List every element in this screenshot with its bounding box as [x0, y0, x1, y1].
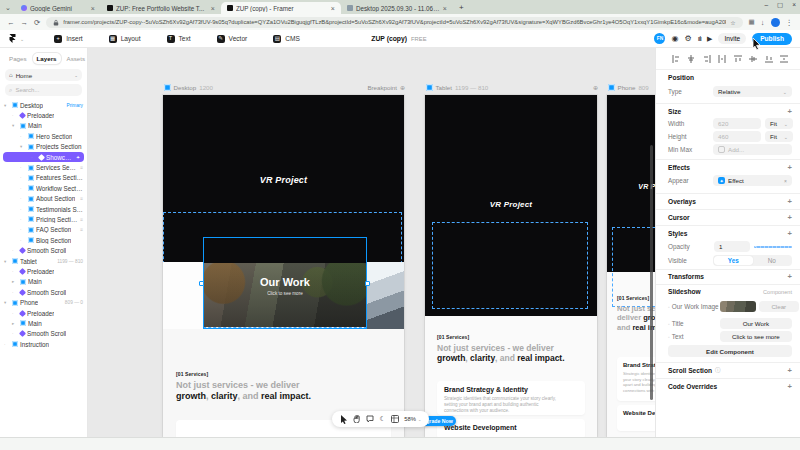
selection-handle-right[interactable] — [365, 281, 370, 286]
align-middle-v-icon[interactable] — [746, 55, 762, 63]
phone-artboard-header[interactable]: Phone 809 — [608, 83, 655, 92]
canvas[interactable]: Desktop 1200 Breakpoint ⊕ VR Project Our… — [88, 48, 655, 437]
clear-image-button[interactable]: Clear — [759, 301, 799, 312]
tab-close-icon[interactable]: × — [91, 5, 95, 12]
slideshow-next-slide[interactable] — [367, 262, 404, 329]
layer-row-main[interactable]: ▾Main — [0, 121, 87, 131]
analytics-icon[interactable]: ıılı — [698, 35, 701, 42]
width-mode-select[interactable]: Fit⌄ — [765, 118, 793, 129]
layer-row-smooth-scroll[interactable]: ·Smooth Scroll — [0, 287, 87, 297]
layer-row-smooth-scroll[interactable]: ·Smooth Scroll — [0, 329, 87, 339]
framer-logo[interactable] — [8, 34, 17, 43]
our-work-image[interactable]: Our Work Click to see more — [204, 263, 366, 327]
grid-view-icon[interactable] — [391, 415, 399, 423]
select-cursor-icon[interactable] — [340, 415, 348, 424]
hero-title[interactable]: VR Project — [425, 200, 597, 209]
layer-chevron-icon[interactable]: ▸ — [12, 279, 17, 284]
page-selector[interactable]: ⌂ Home ⌄ — [5, 69, 82, 81]
browser-tab-4[interactable]: Desktop 2025.09.30 - 11.06.1... × — [341, 2, 453, 14]
plus-icon[interactable]: + — [788, 382, 792, 391]
visible-no-button[interactable]: No — [753, 256, 792, 265]
align-left-icon[interactable] — [668, 55, 684, 63]
plus-icon[interactable]: + — [788, 197, 792, 206]
layer-row-preloader[interactable]: ·Preloader — [0, 266, 87, 276]
tab-close-icon[interactable]: × — [211, 5, 215, 12]
plus-icon[interactable]: + — [788, 366, 792, 375]
help-icon[interactable]: ◉ — [671, 35, 678, 43]
insert-button[interactable]: + Insert — [54, 35, 83, 43]
align-bottom-icon[interactable] — [761, 55, 777, 63]
settings-gear-icon[interactable]: ⚙ — [684, 35, 691, 43]
plus-icon[interactable]: + — [788, 163, 792, 172]
add-breakpoint-icon[interactable]: ⊕ — [400, 84, 405, 91]
layer-row-preloader[interactable]: ·Preloader — [0, 110, 87, 120]
service-card-2[interactable]: Website Development — [437, 419, 585, 437]
extensions-puzzle-icon[interactable]: ▦ — [749, 18, 755, 26]
hero-title[interactable]: VR Project — [607, 183, 655, 190]
tab-pages[interactable]: Pages — [5, 53, 31, 64]
phone-artboard[interactable]: VR Project [01 Services] Not just servic… — [607, 95, 655, 437]
vector-button[interactable]: ✎ Vector — [217, 35, 248, 43]
layer-row-pricing-section[interactable]: ·Pricing Section≡ — [0, 214, 87, 224]
layer-row-workflow-section[interactable]: ·Workflow Section — [0, 183, 87, 193]
tab-layers[interactable]: Layers — [33, 53, 61, 64]
plus-icon[interactable]: + — [788, 213, 792, 222]
text-button[interactable]: T Text — [167, 35, 191, 43]
showcase-selection[interactable]: Our Work Click to see more — [203, 237, 367, 329]
plus-icon[interactable]: + — [788, 229, 792, 238]
component-text-input[interactable]: Click to see more — [720, 331, 792, 342]
layer-row-blog-section[interactable]: ·Blog Section — [0, 235, 87, 245]
upgrade-now-button[interactable]: Upgrade Now — [425, 416, 456, 426]
plus-icon[interactable]: + — [788, 272, 792, 281]
edit-component-button[interactable]: Edit Component — [668, 345, 792, 357]
layer-row-tablet[interactable]: ▾Tablet1199 — 810 — [0, 256, 87, 266]
distribute-v-icon[interactable] — [777, 55, 793, 63]
phone-hero-section[interactable]: VR Project — [607, 95, 655, 272]
bookmark-star-icon[interactable]: ☆ — [730, 19, 735, 26]
layer-row-main[interactable]: ▸Main — [0, 277, 87, 287]
tablet-hero-section[interactable]: VR Project — [425, 95, 597, 316]
hand-tool-icon[interactable] — [353, 415, 361, 423]
tablet-artboard-header[interactable]: Tablet 1199 — 810 ⊕ — [426, 83, 598, 92]
layer-row-showcase[interactable]: ·Showcase✦ — [3, 152, 84, 162]
opacity-input[interactable]: 1 — [714, 241, 750, 252]
user-avatar[interactable]: FN — [654, 33, 665, 44]
add-breakpoint-icon[interactable]: ⊕ — [593, 84, 598, 91]
align-center-h-icon[interactable] — [684, 55, 700, 63]
distribute-h-icon[interactable] — [715, 55, 731, 63]
browser-tab-2[interactable]: ZUP: Free Portfolio Website T... × — [101, 2, 221, 14]
opacity-slider[interactable] — [754, 246, 792, 248]
preview-play-icon[interactable]: ▶ — [707, 35, 712, 42]
canvas-scrollbar[interactable] — [650, 145, 653, 400]
service-card-1[interactable]: Brand Strategy & Identity Strategic iden… — [437, 381, 585, 415]
layer-row-preloader[interactable]: ·Preloader — [0, 308, 87, 318]
remove-effect-icon[interactable]: × — [784, 178, 787, 184]
browser-profile-avatar[interactable] — [771, 18, 780, 27]
layer-row-smooth-scroll[interactable]: ·Smooth Scroll — [0, 245, 87, 255]
height-mode-select[interactable]: Fit⌄ — [765, 131, 793, 142]
layer-row-testimonials-section[interactable]: ·Testimonials Section — [0, 204, 87, 214]
url-bar[interactable]: framer.com/projects/ZUP-copy--5uVoSZh6Xv… — [46, 17, 742, 28]
position-type-select[interactable]: Relative ⌄ — [713, 86, 792, 97]
tab-assets[interactable]: Assets — [63, 53, 89, 64]
tablet-artboard[interactable]: VR Project [01 Services] Not just servic… — [425, 95, 597, 437]
layer-row-desktop[interactable]: ▾DesktopPrimary — [0, 100, 87, 110]
back-icon[interactable]: ← — [7, 18, 15, 27]
align-top-icon[interactable] — [730, 55, 746, 63]
comment-icon[interactable] — [366, 415, 374, 423]
desktop-artboard[interactable]: VR Project Our Work Click to see more [0… — [163, 95, 404, 437]
minimize-button[interactable]: – — [764, 1, 768, 9]
download-icon[interactable]: ↓ — [761, 18, 765, 27]
tab-close-icon[interactable]: × — [443, 5, 447, 12]
framer-menu-chevron-icon[interactable]: ⌄ — [20, 36, 24, 42]
selection-handle-left[interactable] — [199, 281, 204, 286]
layer-row-about-section[interactable]: ·About Section≡ — [0, 194, 87, 204]
layer-row-instruction[interactable]: ·Instruction — [0, 339, 87, 349]
minmax-input[interactable]: Add... — [713, 144, 792, 155]
plus-icon[interactable]: + — [788, 107, 792, 116]
maximize-button[interactable]: ▢ — [777, 1, 783, 9]
layer-row-phone[interactable]: ▾Phone809 — 0 — [0, 297, 87, 307]
visible-yes-button[interactable]: Yes — [714, 256, 753, 265]
layer-row-hero-section[interactable]: ·Hero Section — [0, 131, 87, 141]
align-right-icon[interactable] — [699, 55, 715, 63]
